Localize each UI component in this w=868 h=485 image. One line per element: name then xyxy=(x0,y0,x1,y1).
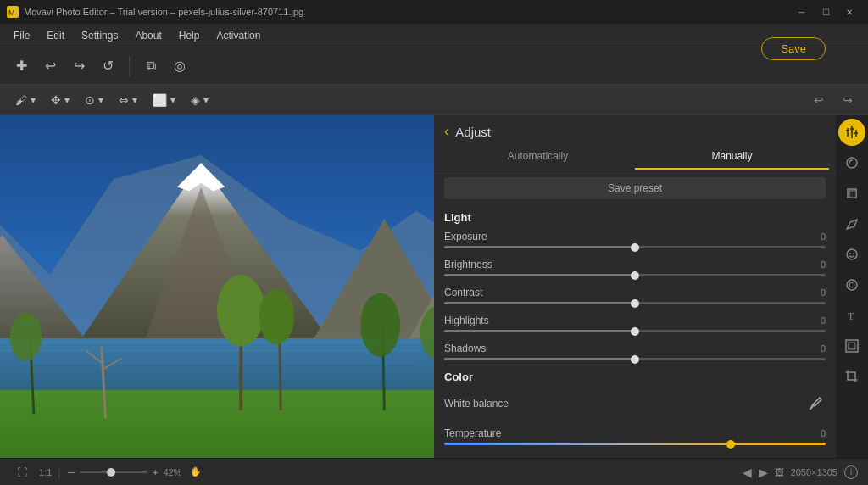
eraser-icon: ◈ xyxy=(191,93,200,107)
svg-rect-45 xyxy=(846,340,858,352)
rect-icon: ⬜ xyxy=(153,93,167,107)
menu-help[interactable]: Help xyxy=(170,26,209,45)
brush-tool[interactable]: 🖌 ▾ xyxy=(8,89,42,111)
zoom-separator: │ xyxy=(57,467,63,477)
brightness-label-row: Brightness 0 xyxy=(444,259,826,270)
bottom-bar: ⛶ 1:1 │ ─ + 42% ✋ ◀ ▶ 🖼 2050×1305 i xyxy=(0,458,868,485)
selection-arrow: ▾ xyxy=(64,94,70,106)
canvas-area[interactable] xyxy=(0,115,434,458)
brightness-slider-row: Brightness 0 xyxy=(434,255,836,283)
prev-button[interactable]: ◀ xyxy=(743,465,752,479)
main-toolbar: ✚ ↩ ↪ ↺ ⧉ ◎ xyxy=(0,47,868,85)
shadows-slider-row: Shadows 0 xyxy=(434,339,836,367)
contrast-label: Contrast xyxy=(444,287,482,298)
menu-about[interactable]: About xyxy=(126,26,170,45)
compare-button[interactable]: ⧉ xyxy=(138,53,164,79)
selection-tool[interactable]: ✥ ▾ xyxy=(44,89,76,111)
preview-button[interactable]: ◎ xyxy=(167,53,192,79)
tab-automatically[interactable]: Automatically xyxy=(441,144,635,170)
rect-arrow: ▾ xyxy=(170,94,175,106)
undo-circle-button[interactable]: ↩ xyxy=(807,88,831,112)
shadows-track[interactable] xyxy=(444,358,826,360)
zoom-minus[interactable]: ─ xyxy=(68,467,75,477)
photo-canvas xyxy=(0,115,434,458)
contrast-value: 0 xyxy=(821,287,826,298)
minimize-button[interactable]: ─ xyxy=(790,0,814,24)
text-tool-icon[interactable]: T xyxy=(838,302,865,329)
svg-point-43 xyxy=(849,282,854,287)
eyedropper-icon xyxy=(809,397,822,410)
exposure-track[interactable] xyxy=(444,246,826,248)
effects-tool-icon[interactable] xyxy=(838,271,865,298)
save-preset-button[interactable]: Save preset xyxy=(444,177,826,199)
toolbar2-right: ↩ ↪ xyxy=(807,88,860,112)
maximize-button[interactable]: ☐ xyxy=(814,0,837,24)
redo-circle-button[interactable]: ↪ xyxy=(836,88,860,112)
exposure-label: Exposure xyxy=(444,231,487,242)
temperature-track[interactable] xyxy=(444,443,826,445)
main-area: ‹ Adjust Automatically Manually Save pre… xyxy=(0,115,868,458)
svg-point-20 xyxy=(217,275,264,347)
hand-icon[interactable]: ✋ xyxy=(190,466,202,477)
exposure-slider-row: Exposure 0 xyxy=(434,227,836,255)
transform-icon: ⇔ xyxy=(119,93,129,107)
svg-point-18 xyxy=(10,313,42,360)
next-button[interactable]: ▶ xyxy=(759,465,768,479)
undo-button[interactable]: ↩ xyxy=(37,53,63,79)
menu-file[interactable]: File xyxy=(5,26,38,45)
eyedropper-button[interactable] xyxy=(805,393,826,414)
adjust-header: ‹ Adjust xyxy=(434,115,836,144)
menu-settings[interactable]: Settings xyxy=(73,26,126,45)
save-button[interactable]: Save xyxy=(761,37,826,60)
zoom-plus[interactable]: + xyxy=(153,467,158,477)
light-section-label: Light xyxy=(434,208,836,227)
crop-tool-icon[interactable] xyxy=(838,363,865,390)
menu-edit[interactable]: Edit xyxy=(38,26,73,45)
shadows-label: Shadows xyxy=(444,343,486,354)
transform-tool[interactable]: ⇔ ▾ xyxy=(112,89,144,111)
contrast-slider-row: Contrast 0 xyxy=(434,283,836,311)
bottom-right: ◀ ▶ 🖼 2050×1305 i xyxy=(743,465,858,479)
back-arrow[interactable]: ‹ xyxy=(444,124,448,139)
highlights-slider-row: Highlights 0 xyxy=(434,311,836,339)
retouch-tool-icon[interactable] xyxy=(838,149,865,176)
contrast-label-row: Contrast 0 xyxy=(444,287,826,298)
highlights-track[interactable] xyxy=(444,330,826,332)
erase-tool-icon[interactable] xyxy=(838,210,865,237)
contrast-track[interactable] xyxy=(444,302,826,304)
zoom-level: 42% xyxy=(163,467,181,477)
zoom-thumb[interactable] xyxy=(107,468,115,477)
svg-text:M: M xyxy=(8,8,15,17)
photo-icon: 🖼 xyxy=(775,467,784,477)
window-title: Movavi Photo Editor – Trial version – pe… xyxy=(24,7,790,17)
svg-point-30 xyxy=(810,407,812,409)
copy-tool-icon[interactable] xyxy=(838,180,865,207)
zoom-ratio: 1:1 xyxy=(39,467,52,477)
zoom-slider[interactable] xyxy=(80,471,147,473)
fullscreen-button[interactable]: ⛶ xyxy=(10,460,34,484)
highlights-label-row: Highlights 0 xyxy=(444,315,826,326)
brightness-track[interactable] xyxy=(444,274,826,276)
brush-arrow: ▾ xyxy=(31,94,36,106)
tab-manually[interactable]: Manually xyxy=(635,144,829,170)
window-controls: ─ ☐ ✕ xyxy=(790,0,861,24)
add-button[interactable]: ✚ xyxy=(8,53,34,79)
reset-button[interactable]: ↺ xyxy=(95,53,120,79)
emoji-tool-icon[interactable] xyxy=(838,241,865,268)
svg-point-42 xyxy=(847,280,857,290)
eraser-tool[interactable]: ◈ ▾ xyxy=(184,89,215,111)
secondary-toolbar: 🖌 ▾ ✥ ▾ ⊙ ▾ ⇔ ▾ ⬜ ▾ ◈ ▾ ↩ ↪ xyxy=(0,85,868,115)
menu-activation[interactable]: Activation xyxy=(208,26,269,45)
close-button[interactable]: ✕ xyxy=(837,0,861,24)
redo-button[interactable]: ↪ xyxy=(66,53,92,79)
transform-arrow: ▾ xyxy=(132,94,137,106)
svg-point-22 xyxy=(259,289,294,345)
lasso-tool[interactable]: ⊙ ▾ xyxy=(78,89,110,111)
svg-rect-46 xyxy=(849,343,855,349)
rect-tool[interactable]: ⬜ ▾ xyxy=(146,89,182,111)
eraser-arrow: ▾ xyxy=(203,94,209,106)
exposure-label-row: Exposure 0 xyxy=(444,231,826,242)
frames-tool-icon[interactable] xyxy=(838,332,865,360)
adjust-tool-icon[interactable] xyxy=(838,119,865,146)
info-icon[interactable]: i xyxy=(844,465,858,479)
